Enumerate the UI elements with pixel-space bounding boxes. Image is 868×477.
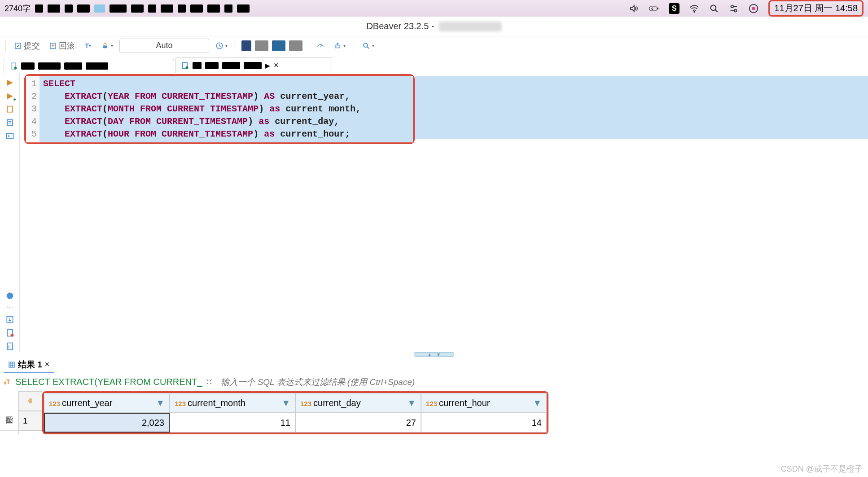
sql-file-icon [181,62,189,70]
menubar-item[interactable] [131,4,144,13]
export-button[interactable]: ▾ [331,40,348,52]
result-tab-1[interactable]: 结果 1 × [4,357,54,373]
auto-commit-select[interactable]: Auto [119,39,209,53]
editor-tabs: ▶ × [0,55,868,73]
modified-indicator: ▶ [265,62,270,69]
svg-point-5 [731,5,734,8]
column-header-current-hour[interactable]: 123current_hour ▼ [421,393,547,413]
line-numbers: 1 2 3 4 5 [26,76,39,142]
svg-point-22 [186,66,189,69]
volume-icon[interactable] [629,4,639,13]
commit-button[interactable]: 提交 [11,39,43,53]
sql-code[interactable]: SELECT EXTRACT(YEAR FROM CURRENT_TIMESTA… [39,76,413,142]
commit-icon [14,42,22,50]
menubar-item[interactable] [94,4,105,13]
gauge-icon [316,42,324,50]
menubar-item[interactable] [77,4,90,13]
sql-file-icon [9,62,18,70]
menubar-item[interactable] [48,4,60,13]
export-icon [333,42,342,50]
filter-input[interactable] [217,375,864,389]
explain-icon[interactable] [4,117,15,128]
cell-current-year[interactable]: 2,023 [44,413,170,433]
run-icon[interactable]: ▶ [4,77,15,88]
menubar-item[interactable] [190,4,203,13]
wifi-icon[interactable] [689,4,699,13]
gauge-button[interactable] [314,40,327,52]
window-title: DBeaver 23.2.5 - [366,21,434,31]
word-count: 2740字 [4,3,31,14]
mac-menubar: 2740字 S 11月27日 [0,0,868,17]
script-icon[interactable] [4,104,15,115]
column-header-current-month[interactable]: 123current_month ▼ [170,393,295,413]
lock-icon [101,42,109,50]
svg-rect-1 [658,8,658,9]
editor-tab-1[interactable] [4,59,174,73]
menubar-item[interactable] [237,4,250,13]
control-center-icon[interactable] [729,4,739,13]
splitter[interactable]: ▲▼ [0,352,868,357]
cell-current-day[interactable]: 27 [295,413,421,433]
svg-text:{x}: {x} [8,345,12,349]
history-button[interactable]: ▾ [213,40,230,52]
sort-icon[interactable]: ▼ [407,398,416,408]
date-time[interactable]: 11月27日 周一 14:58 [768,0,864,17]
column-header-current-year[interactable]: 123current_year ▼ [44,393,170,413]
search-button[interactable]: ▾ [359,40,377,52]
menubar-item[interactable] [224,4,232,13]
xml-file-icon[interactable]: {x} [4,341,15,352]
svg-rect-11 [15,43,21,49]
column-header-current-day[interactable]: 123current_day ▼ [295,393,421,413]
warning-file-icon[interactable] [4,327,15,338]
editor-tab-2[interactable]: ▶ × [175,57,332,73]
siri-icon[interactable] [749,4,758,13]
gear-icon[interactable] [4,291,15,301]
svg-point-7 [734,9,737,12]
sql-editor[interactable]: 1 2 3 4 5 SELECT EXTRACT(YEAR FROM CURRE… [20,73,868,352]
run-plus-icon[interactable]: ▶+ [4,90,15,101]
toolbar-item[interactable] [272,40,285,51]
sogou-icon[interactable]: S [669,3,679,14]
svg-point-10 [752,7,755,10]
grid-side-label[interactable]: 控图 [0,391,18,431]
svg-line-15 [320,45,321,47]
sort-icon[interactable]: ▼ [533,398,542,408]
sql-icon[interactable]: ₀T [4,378,12,386]
search-icon[interactable] [709,4,719,13]
row-number[interactable]: 1 [19,411,42,431]
toolbar-item[interactable] [255,40,268,51]
watermark: CSDN @成子不是橙子 [781,464,863,474]
main-toolbar: 提交 回滚 T▾ ▾ Auto ▾ ▾ [0,36,868,55]
cell-current-month[interactable]: 11 [170,413,295,433]
menubar-item[interactable] [207,4,220,13]
menubar-item[interactable] [110,4,127,13]
expand-icon[interactable] [206,378,214,386]
toolbar-item[interactable] [289,40,302,51]
menubar-item[interactable] [148,4,156,13]
cell-current-hour[interactable]: 14 [421,413,547,433]
close-tab-button[interactable]: × [274,61,279,70]
table-row[interactable]: 2,023 11 27 14 [44,413,547,433]
menubar-item[interactable] [178,4,186,13]
svg-rect-31 [10,334,13,336]
svg-rect-23 [7,106,13,112]
results-grid: 123current_year ▼ 123current_month ▼ 123… [44,393,547,433]
menubar-item[interactable] [161,4,173,13]
battery-icon[interactable] [649,4,659,13]
close-result-tab[interactable]: × [45,360,50,369]
terminal-icon[interactable] [4,131,15,141]
menubar-item[interactable] [65,4,73,13]
lock-button[interactable]: ▾ [98,40,116,52]
results-tabs: 结果 1 × [0,357,868,373]
rollback-button[interactable]: 回滚 [46,39,78,53]
menubar-item[interactable] [35,4,43,13]
sort-icon[interactable]: ▼ [156,398,165,408]
svg-rect-16 [335,45,340,48]
search-icon [362,42,370,50]
tx-mode-button[interactable]: T▾ [81,40,95,52]
sort-icon[interactable]: ▼ [281,398,290,408]
save-icon[interactable] [4,314,15,325]
svg-line-4 [715,9,718,12]
corner-cell [19,391,42,411]
toolbar-item[interactable] [241,40,251,51]
